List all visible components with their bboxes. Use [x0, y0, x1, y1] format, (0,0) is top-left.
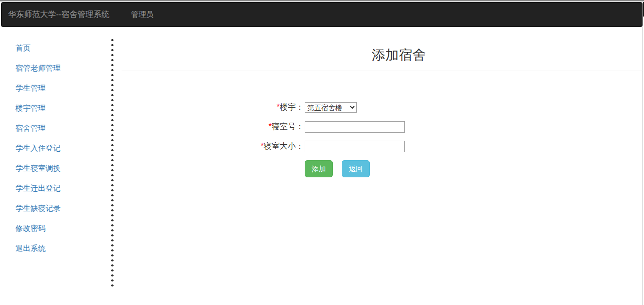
- building-label-text: 楼宇：: [280, 103, 304, 111]
- building-label: *楼宇：: [122, 102, 304, 113]
- sidebar-item: 学生寝室调换: [16, 158, 101, 178]
- sidebar-item-logout[interactable]: 退出系统: [16, 244, 46, 253]
- room-number-label-text: 寝室号：: [272, 122, 304, 131]
- sidebar-item: 宿舍管理: [16, 118, 101, 138]
- sidebar-item: 学生缺寝记录: [16, 198, 101, 218]
- room-number-control: [305, 121, 405, 133]
- main-content: 添加宿舍 *楼宇： 第五宿舍楼 *寝室号： *寝室大小： 添加 返回: [122, 40, 644, 177]
- sidebar-item: 退出系统: [16, 238, 101, 258]
- sidebar-item-building-management[interactable]: 楼宇管理: [16, 104, 46, 113]
- room-size-label-text: 寝室大小：: [264, 142, 304, 150]
- sidebar-item-moveout-register[interactable]: 学生迁出登记: [16, 184, 61, 193]
- back-button[interactable]: 返回: [342, 160, 370, 177]
- sidebar-item-teacher-management[interactable]: 宿管老师管理: [16, 64, 61, 73]
- sidebar-item: 学生管理: [16, 78, 101, 98]
- sidebar-item: 学生迁出登记: [16, 178, 101, 198]
- sidebar-item-change-password[interactable]: 修改密码: [16, 224, 46, 233]
- room-size-control: [305, 141, 405, 152]
- sidebar-item-student-management[interactable]: 学生管理: [16, 84, 46, 93]
- form-row-building: *楼宇： 第五宿舍楼: [122, 102, 644, 113]
- sidebar-item: 学生入住登记: [16, 138, 101, 158]
- form-row-room-number: *寝室号：: [122, 121, 644, 133]
- sidebar-menu: 首页 宿管老师管理 学生管理 楼宇管理 宿舍管理 学生入住登记 学生寝室调换 学…: [16, 38, 101, 258]
- add-dorm-form: *楼宇： 第五宿舍楼 *寝室号： *寝室大小： 添加 返回: [122, 102, 644, 177]
- sidebar-item: 修改密码: [16, 218, 101, 238]
- building-select[interactable]: 第五宿舍楼: [305, 102, 357, 113]
- sidebar-dotted-divider: [111, 38, 114, 288]
- navbar-brand[interactable]: 华东师范大学--宿舍管理系统: [8, 10, 110, 20]
- sidebar-item-checkin-register[interactable]: 学生入住登记: [16, 144, 61, 153]
- sidebar-item-dorm-management[interactable]: 宿舍管理: [16, 124, 46, 133]
- sidebar-item: 楼宇管理: [16, 98, 101, 118]
- form-buttons-row: 添加 返回: [305, 160, 644, 177]
- room-number-input[interactable]: [305, 121, 405, 133]
- sidebar-item: 宿管老师管理: [16, 58, 101, 78]
- sidebar-item: 首页: [16, 38, 101, 58]
- add-button[interactable]: 添加: [305, 160, 333, 177]
- navbar-user-menu[interactable]: 管理员: [131, 10, 154, 20]
- page-title: 添加宿舍: [122, 48, 644, 63]
- top-navbar: 华东师范大学--宿舍管理系统 管理员: [1, 2, 642, 27]
- title-divider: [122, 71, 644, 71]
- sidebar-item-home[interactable]: 首页: [16, 44, 31, 53]
- sidebar-item-room-swap[interactable]: 学生寝室调换: [16, 164, 61, 173]
- room-number-label: *寝室号：: [122, 122, 304, 132]
- form-row-room-size: *寝室大小：: [122, 141, 644, 152]
- room-size-input[interactable]: [305, 141, 405, 152]
- sidebar-item-absence-records[interactable]: 学生缺寝记录: [16, 204, 61, 213]
- building-control: 第五宿舍楼: [305, 102, 357, 113]
- room-size-label: *寝室大小：: [122, 141, 304, 152]
